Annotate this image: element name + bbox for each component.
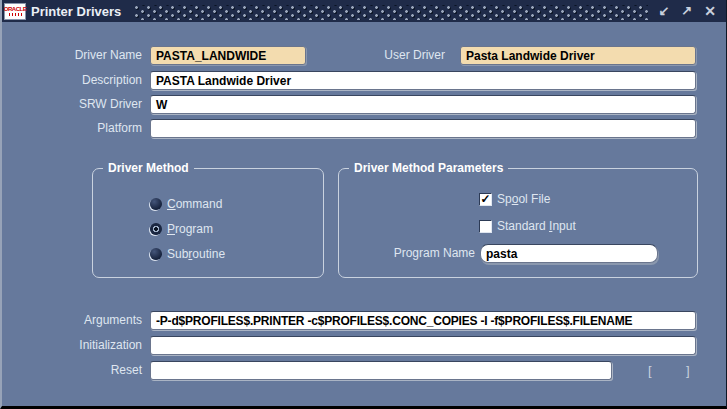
driver-name-field[interactable]: PASTA_LANDWIDE — [150, 46, 306, 65]
checkbox-icon[interactable]: ✓ — [479, 193, 492, 206]
user-driver-label: User Driver — [342, 46, 445, 65]
window-maximize-icon[interactable]: ↗ — [681, 4, 692, 18]
window-close-icon[interactable]: ✕ — [704, 4, 716, 18]
checkbox-option-label: Spool File — [497, 192, 550, 206]
platform-field[interactable] — [150, 119, 696, 138]
arguments-field[interactable]: -P-d$PROFILES$.PRINTER -c$PROFILES$.CONC… — [150, 311, 696, 330]
checkbox-option-label: Standard Input — [497, 219, 576, 233]
radio-option-label: Command — [167, 197, 222, 211]
user-driver-field[interactable]: Pasta Landwide Driver — [460, 46, 696, 65]
checkbox-icon[interactable]: ✓ — [479, 220, 492, 233]
printer-drivers-window: ORACLE Printer Drivers ↙ ↗ ✕ Driver Name… — [0, 0, 727, 409]
radio-option-command[interactable]: Command — [150, 197, 222, 211]
titlebar-texture — [135, 5, 648, 20]
program-name-field[interactable]: pasta — [480, 244, 658, 263]
reset-field[interactable] — [150, 361, 612, 380]
radio-option-label: Program — [167, 222, 213, 236]
radio-button-icon[interactable] — [150, 248, 162, 260]
program-name-label: Program Name — [342, 244, 475, 263]
initialization-field[interactable] — [150, 336, 696, 355]
window-title: Printer Drivers — [31, 4, 121, 19]
oracle-applications-icon: ORACLE — [4, 3, 26, 20]
checkbox-option-standard-input[interactable]: ✓ Standard Input — [479, 219, 576, 233]
title-bar: ORACLE Printer Drivers ↙ ↗ ✕ — [2, 0, 726, 22]
driver-name-label: Driver Name — [2, 46, 142, 65]
reset-bracket-close: ] — [686, 361, 690, 380]
check-mark-icon: ✓ — [480, 194, 490, 204]
srw-driver-label: SRW Driver — [2, 95, 142, 114]
srw-driver-field[interactable]: W — [150, 95, 696, 114]
radio-button-icon[interactable] — [150, 223, 162, 235]
window-restore-icon[interactable]: ↙ — [658, 4, 669, 18]
description-field[interactable]: PASTA Landwide Driver — [150, 71, 696, 90]
platform-label: Platform — [2, 119, 142, 138]
radio-button-icon[interactable] — [150, 198, 162, 210]
reset-bracket-open: [ — [648, 361, 652, 380]
reset-label: Reset — [2, 361, 142, 380]
description-label: Description — [2, 71, 142, 90]
radio-option-program[interactable]: Program — [150, 222, 213, 236]
radio-option-label: Subroutine — [167, 247, 225, 261]
initialization-label: Initialization — [2, 336, 142, 355]
window-controls: ↙ ↗ ✕ — [658, 4, 716, 18]
driver-method-group-title: Driver Method — [103, 161, 194, 175]
radio-option-subroutine[interactable]: Subroutine — [150, 247, 225, 261]
checkbox-option-spool-file[interactable]: ✓ Spool File — [479, 192, 550, 206]
driver-method-parameters-group-title: Driver Method Parameters — [349, 161, 508, 175]
arguments-label: Arguments — [2, 311, 142, 330]
